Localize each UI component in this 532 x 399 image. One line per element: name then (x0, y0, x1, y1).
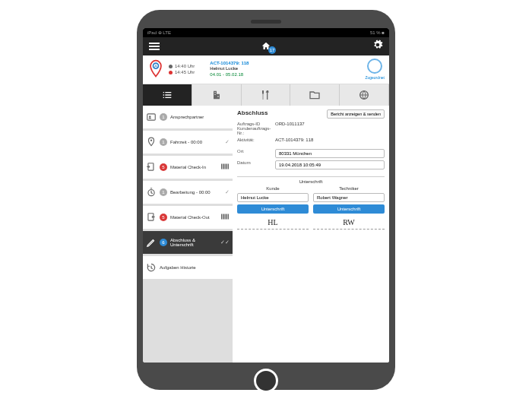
header-panel: A 14:40 Uhr 14:45 Uhr ACT-1014379: 118 H… (143, 55, 389, 84)
kunde-signature-box[interactable]: HL (237, 216, 309, 230)
badge: 1 (160, 138, 167, 146)
badge: 6 (160, 239, 167, 246)
datum-label: Datum (237, 160, 272, 169)
dot-icon (169, 71, 173, 74)
top-bar: 17 (143, 37, 389, 55)
svg-point-5 (150, 139, 152, 141)
location-icon (146, 137, 157, 147)
signature-title: Unterschrift (237, 176, 385, 184)
sidebar: 1 Ansprechpartner 1 Fahrzeit - 00:00 ✓ 5… (143, 106, 233, 363)
avatar-label: Zugeordnet (365, 75, 385, 80)
signature-section: Unterschrift Kunde Unterschrift HL Techn… (237, 176, 385, 230)
time-1: 14:40 Uhr (175, 64, 195, 68)
date-range: 04.01 - 05.02.18 (210, 72, 249, 78)
menu-icon[interactable] (149, 43, 160, 50)
avatar-icon (367, 59, 382, 74)
activity-label: Aktivität: (237, 138, 272, 142)
svg-point-4 (149, 116, 150, 117)
check-icon: ✓ (225, 189, 230, 195)
home-button[interactable] (254, 369, 278, 393)
badge: 1 (160, 188, 167, 196)
badge: 5 (160, 163, 167, 171)
sidebar-item-signature[interactable]: 6 Abschluss & Unterschrift ✓✓ (143, 231, 233, 254)
time-list: 14:40 Uhr 14:45 Uhr (169, 64, 195, 74)
sidebar-item-work[interactable]: 1 Bearbeitung - 00:00 ✓ (143, 181, 233, 204)
badge: 1 (160, 113, 167, 121)
avatar[interactable]: Zugeordnet (365, 59, 385, 80)
activity-id: ACT-1014379: 118 (210, 61, 249, 66)
sidebar-item-label: Bearbeitung - 00:00 (170, 190, 211, 195)
history-icon (146, 262, 157, 273)
tab-folder[interactable] (290, 84, 340, 106)
badge: 5 (160, 214, 167, 221)
techniker-sign-button[interactable]: Unterschrift (313, 204, 385, 214)
location-pin-icon[interactable]: A (147, 59, 164, 79)
pen-icon (146, 237, 157, 248)
home-badge: 17 (268, 46, 276, 54)
phone-frame: iPad ⊕ LTE 51 % ■ 17 A 14:40 Uhr 14:45 U… (137, 10, 395, 390)
main-header: Abschluss Bericht anzeigen & senden (237, 109, 385, 119)
page-title: Abschluss (237, 109, 268, 116)
customer-name: Helmut Lucke (210, 66, 249, 71)
order-value: ORD-1011137 (275, 122, 305, 135)
barcode-icon (220, 162, 230, 172)
techniker-name-input[interactable] (313, 193, 385, 202)
sidebar-item-travel[interactable]: 1 Fahrzeit - 00:00 ✓ (143, 131, 233, 154)
header-detail: ACT-1014379: 118 Helmut Lucke 04.01 - 05… (210, 61, 249, 78)
barcode-icon (220, 212, 230, 222)
contact-icon (146, 112, 157, 122)
tab-tools[interactable] (242, 84, 291, 106)
dot-icon (169, 65, 173, 68)
tab-list[interactable] (143, 84, 192, 106)
kunde-sign-button[interactable]: Unterschrift (237, 204, 309, 214)
tab-bar (143, 84, 389, 106)
content-body: 1 Ansprechpartner 1 Fahrzeit - 00:00 ✓ 5… (143, 106, 389, 363)
sidebar-item-label: Ansprechpartner (170, 115, 204, 119)
check-icon: ✓✓ (220, 239, 230, 245)
phone-speaker (251, 20, 281, 24)
technician-signature-col: Techniker Unterschrift RW (313, 186, 385, 230)
stopwatch-icon (146, 187, 157, 198)
checkout-icon (146, 212, 157, 223)
sidebar-item-label: Fahrzeit - 00:00 (170, 140, 202, 144)
main-panel: Abschluss Bericht anzeigen & senden Auft… (233, 106, 389, 363)
check-icon: ✓ (225, 139, 230, 145)
activity-value: ACT-1014379: 118 (275, 138, 313, 142)
screen: iPad ⊕ LTE 51 % ■ 17 A 14:40 Uhr 14:45 U… (143, 28, 389, 363)
sidebar-item-checkin[interactable]: 5 Material Check-In (143, 156, 233, 179)
sidebar-item-label: Abschluss & Unterschrift (170, 238, 217, 247)
home-icon[interactable]: 17 (260, 41, 272, 52)
status-right: 51 % ■ (370, 30, 385, 35)
techniker-signature-box[interactable]: RW (313, 216, 385, 230)
report-button[interactable]: Bericht anzeigen & senden (327, 109, 385, 119)
settings-icon[interactable] (372, 40, 383, 53)
checkin-icon (146, 162, 157, 173)
kunde-label: Kunde (266, 186, 279, 191)
kunde-name-input[interactable] (237, 193, 309, 202)
status-left: iPad ⊕ LTE (147, 30, 171, 35)
sidebar-item-label: Material Check-In (170, 165, 206, 169)
svg-rect-3 (147, 113, 156, 119)
customer-signature-col: Kunde Unterschrift HL (237, 186, 309, 230)
sidebar-item-contact[interactable]: 1 Ansprechpartner (143, 106, 233, 128)
time-2: 14:45 Uhr (175, 70, 195, 74)
ort-input[interactable] (275, 149, 385, 158)
order-label: Auftrags-ID Kundenauftrags-Nr.: (237, 122, 272, 135)
status-bar: iPad ⊕ LTE 51 % ■ (143, 28, 389, 37)
sidebar-item-label: Aufgaben Historie (160, 265, 196, 270)
datum-input[interactable] (275, 160, 385, 169)
tab-globe[interactable] (340, 84, 389, 106)
tab-building[interactable] (192, 84, 242, 106)
techniker-label: Techniker (339, 186, 359, 191)
sidebar-item-checkout[interactable]: 5 Material Check-Out (143, 206, 233, 229)
sidebar-item-label: Material Check-Out (170, 215, 210, 220)
ort-label: Ort (237, 149, 272, 158)
sidebar-item-history[interactable]: Aufgaben Historie (143, 256, 233, 279)
